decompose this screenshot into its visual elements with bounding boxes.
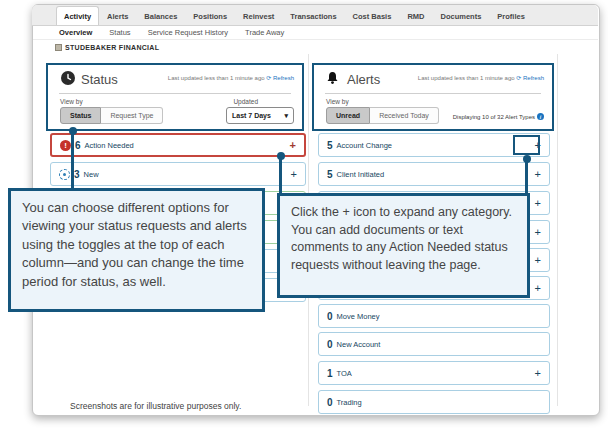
brand-icon	[55, 44, 62, 51]
alert-row-label: New Account	[337, 340, 381, 349]
tab-balances[interactable]: Balances	[136, 6, 185, 25]
alerts-last-updated-text: Last updated less than 1 minute ago	[418, 75, 515, 81]
expand-plus-icon[interactable]: +	[535, 255, 541, 266]
alert-row-count: 0	[327, 397, 333, 408]
subnav-overview[interactable]: Overview	[59, 28, 92, 37]
alerts-header-rule	[325, 93, 541, 94]
alerts-header-highlight: Alerts Last updated less than 1 minute a…	[312, 63, 554, 131]
tab-transactions[interactable]: Transactions	[282, 6, 344, 25]
status-period-value: Last 7 Days	[232, 112, 271, 119]
alert-row-count: 5	[327, 140, 333, 151]
status-row-label: Action Needed	[85, 141, 134, 150]
plus-highlight-box	[513, 135, 540, 155]
status-row-action-needed[interactable]: ! 6 Action Needed +	[50, 133, 306, 157]
alert-row-count: 0	[327, 311, 333, 322]
subnav-service-request-history[interactable]: Service Request History	[148, 28, 228, 37]
alert-row-trading[interactable]: 0 Trading	[318, 390, 550, 414]
alert-row-label: Trading	[337, 398, 362, 407]
bell-icon	[326, 71, 340, 85]
panel-right-edge	[557, 54, 558, 406]
alert-row-move-money[interactable]: 0 Move Money	[318, 304, 550, 328]
refresh-icon: ⟳	[266, 75, 271, 81]
alert-row-new-account[interactable]: 0 New Account	[318, 332, 550, 356]
connector-line	[279, 156, 282, 194]
subnav-trade-away[interactable]: Trade Away	[245, 28, 284, 37]
connector-line	[525, 159, 528, 194]
alert-exclamation-icon: !	[60, 140, 71, 151]
alert-row-count: 0	[327, 339, 333, 350]
alert-row-label: Client Initiated	[337, 170, 385, 179]
subnav-status[interactable]: Status	[109, 28, 130, 37]
new-status-icon	[59, 169, 70, 180]
alert-row-toa[interactable]: 1 TOA +	[318, 361, 550, 385]
alerts-view-by-label: View by	[326, 98, 349, 105]
toggle-status[interactable]: Status	[60, 107, 101, 124]
callout-right: Click the + icon to expand any category.…	[277, 193, 530, 298]
status-view-by-label: View by	[60, 98, 83, 105]
status-header-rule	[59, 93, 291, 94]
connector-line	[71, 131, 74, 189]
info-icon[interactable]: i	[537, 113, 544, 120]
sub-nav: Overview Status Service Request History …	[33, 26, 598, 40]
brand-row: STUDEBAKER FINANCIAL	[33, 41, 598, 54]
alerts-refresh-link[interactable]: ⟳ Refresh	[516, 75, 544, 81]
status-refresh-link[interactable]: ⟳ Refresh	[266, 75, 294, 81]
status-view-toggle: Status Request Type	[60, 107, 163, 124]
alerts-panel-title: Alerts	[347, 72, 380, 87]
status-icon	[61, 71, 75, 85]
alert-row-label: TOA	[337, 369, 352, 378]
status-header-highlight: Status Last updated less than 1 minute a…	[46, 63, 304, 131]
toggle-request-type[interactable]: Request Type	[101, 107, 163, 124]
expand-plus-icon[interactable]: +	[535, 368, 541, 379]
status-refresh-label: Refresh	[273, 75, 294, 81]
brand-name: STUDEBAKER FINANCIAL	[65, 44, 159, 51]
status-period-dropdown[interactable]: Last 7 Days ▾	[226, 107, 294, 124]
tab-positions[interactable]: Positions	[185, 6, 235, 25]
tab-activity[interactable]: Activity	[56, 6, 99, 25]
expand-plus-icon[interactable]: +	[535, 169, 541, 180]
callout-left: You can choose different options for vie…	[8, 188, 265, 312]
alerts-displaying-text: Displaying 10 of 32 Alert Types	[453, 114, 535, 120]
status-updated-label: Updated	[233, 98, 258, 105]
screenshot-root: Activity Alerts Balances Positions Reinv…	[0, 0, 608, 428]
status-row-count: 3	[74, 169, 80, 180]
alert-row-count: 5	[327, 169, 333, 180]
chevron-down-icon: ▾	[284, 112, 288, 120]
alert-row-label: Account Change	[337, 141, 392, 150]
expand-plus-icon[interactable]: +	[291, 169, 297, 180]
alerts-last-updated: Last updated less than 1 minute ago ⟳ Re…	[418, 74, 544, 81]
status-row-count: 6	[75, 140, 81, 151]
status-last-updated: Last updated less than 1 minute ago ⟳ Re…	[168, 74, 294, 81]
alert-row-client-initiated[interactable]: 5 Client Initiated +	[318, 162, 550, 186]
main-tab-bar: Activity Alerts Balances Positions Reinv…	[32, 5, 598, 26]
tab-cost-basis[interactable]: Cost Basis	[345, 6, 400, 25]
status-panel-title: Status	[81, 72, 118, 87]
alerts-refresh-label: Refresh	[523, 75, 544, 81]
alerts-view-toggle: Unread Received Today	[326, 107, 439, 124]
tab-alerts[interactable]: Alerts	[99, 6, 136, 25]
refresh-icon: ⟳	[516, 75, 521, 81]
alerts-displaying-count: Displaying 10 of 32 Alert Types i	[453, 113, 544, 120]
tab-reinvest[interactable]: Reinvest	[235, 6, 282, 25]
disclaimer-text: Screenshots are for illustrative purpose…	[70, 401, 241, 411]
status-row-new[interactable]: 3 New +	[50, 162, 306, 186]
expand-plus-icon[interactable]: +	[290, 140, 296, 151]
expand-plus-icon[interactable]: +	[535, 283, 541, 294]
toggle-unread[interactable]: Unread	[326, 107, 370, 124]
expand-plus-icon[interactable]: +	[535, 227, 541, 238]
expand-plus-icon[interactable]: +	[535, 198, 541, 209]
tab-rmd[interactable]: RMD	[399, 6, 432, 25]
alert-row-label: Move Money	[337, 312, 380, 321]
tab-documents[interactable]: Documents	[432, 6, 489, 25]
toggle-received-today[interactable]: Received Today	[370, 107, 439, 124]
tab-profiles[interactable]: Profiles	[489, 6, 533, 25]
status-last-updated-text: Last updated less than 1 minute ago	[168, 75, 265, 81]
alert-row-count: 1	[327, 368, 333, 379]
status-row-label: New	[84, 170, 99, 179]
